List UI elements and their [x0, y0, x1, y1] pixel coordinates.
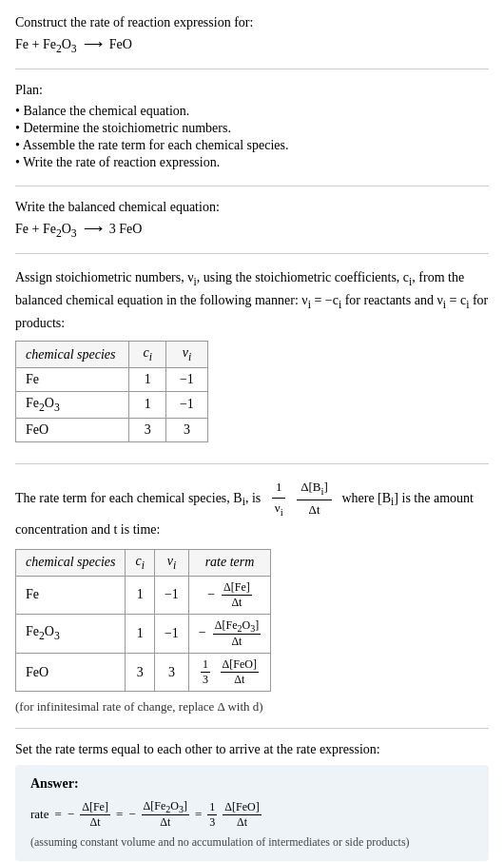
col-rate-term: rate term: [188, 549, 270, 576]
rate-expression: rate = − Δ[Fe] Δt = − Δ[Fe2O3] Δt = 1 3 …: [30, 799, 474, 830]
balanced-heading: Write the balanced chemical equation:: [15, 200, 489, 215]
assign-text: Assign stoichiometric numbers, νi, using…: [15, 267, 489, 334]
table-row: Fe2O3 1 −1 − Δ[Fe2O3] Δt: [16, 614, 271, 653]
plan-heading: Plan:: [15, 83, 489, 98]
rate-label: rate: [30, 807, 48, 822]
table-row: FeO 3 3: [16, 418, 208, 441]
rate-fe: − Δ[Fe] Δt: [188, 576, 270, 614]
species-feo-2: FeO: [16, 654, 126, 692]
plan-list: Balance the chemical equation. Determine…: [15, 104, 489, 170]
set-rate-text: Set the rate terms equal to each other t…: [15, 742, 489, 757]
section-answer: Set the rate terms equal to each other t…: [15, 742, 489, 862]
species-fe2o3-2: Fe2O3: [16, 614, 126, 653]
answer-label: Answer:: [30, 776, 474, 792]
neg-fe: −: [68, 807, 74, 822]
stoich-table: chemical species ci νi Fe 1 −1 Fe2O3 1 −…: [15, 341, 208, 442]
section-plan: Plan: Balance the chemical equation. Det…: [15, 83, 489, 186]
assuming-text: (assuming constant volume and no accumul…: [30, 835, 474, 850]
equals-2: =: [116, 807, 123, 822]
species-fe2o3-1: Fe2O3: [16, 391, 129, 418]
balanced-reaction: Fe + Fe2O3 ⟶ 3 FeO: [15, 221, 489, 240]
col-species-2: chemical species: [16, 549, 126, 576]
section-balanced: Write the balanced chemical equation: Fe…: [15, 200, 489, 254]
table-row: Fe 1 −1 − Δ[Fe] Δt: [16, 576, 271, 614]
section-rate-terms: The rate term for each chemical species,…: [15, 478, 489, 729]
vi-feo-2: 3: [154, 654, 188, 692]
ci-fe-1: 1: [129, 367, 165, 391]
rate-term-intro: The rate term for each chemical species,…: [15, 478, 489, 541]
ci-feo-1: 3: [129, 418, 165, 441]
vi-fe-2: −1: [154, 576, 188, 614]
species-fe-2: Fe: [16, 576, 126, 614]
table-row: FeO 3 3 1 3 Δ[FeO] Δt: [16, 654, 271, 692]
col-ci-1: ci: [129, 342, 165, 368]
plan-item-1: Balance the chemical equation.: [15, 104, 489, 119]
equals-1: =: [54, 807, 61, 822]
vi-fe2o3-1: −1: [165, 391, 207, 418]
plan-item-2: Determine the stoichiometric numbers.: [15, 121, 489, 136]
table-row: Fe2O3 1 −1: [16, 391, 208, 418]
reaction-line: Fe + Fe2O3 ⟶ FeO: [15, 36, 489, 55]
species-feo-1: FeO: [16, 418, 129, 441]
vi-feo-1: 3: [165, 418, 207, 441]
col-vi-1: νi: [165, 342, 207, 368]
equals-3: =: [195, 807, 202, 822]
footnote: (for infinitesimal rate of change, repla…: [15, 699, 489, 715]
vi-fe2o3-2: −1: [154, 614, 188, 653]
neg-fe2o3: −: [128, 807, 135, 822]
rate-feo: 1 3 Δ[FeO] Δt: [188, 654, 270, 692]
ci-fe2o3-2: 1: [126, 614, 154, 653]
species-fe-1: Fe: [16, 367, 129, 391]
table-row: Fe 1 −1: [16, 367, 208, 391]
construct-heading: Construct the rate of reaction expressio…: [15, 15, 489, 30]
section-stoich: Assign stoichiometric numbers, νi, using…: [15, 267, 489, 464]
plan-item-3: Assemble the rate term for each chemical…: [15, 138, 489, 153]
section-construct: Construct the rate of reaction expressio…: [15, 15, 489, 69]
col-vi-2: νi: [154, 549, 188, 576]
col-ci-2: ci: [126, 549, 154, 576]
vi-fe-1: −1: [165, 367, 207, 391]
answer-box: Answer: rate = − Δ[Fe] Δt = − Δ[Fe2O3] Δ…: [15, 765, 489, 861]
rate-fe2o3: − Δ[Fe2O3] Δt: [188, 614, 270, 653]
ci-fe2o3-1: 1: [129, 391, 165, 418]
col-species-1: chemical species: [16, 342, 129, 368]
rate-term-table: chemical species ci νi rate term Fe 1 −1…: [15, 549, 271, 692]
ci-feo-2: 3: [126, 654, 154, 692]
ci-fe-2: 1: [126, 576, 154, 614]
plan-item-4: Write the rate of reaction expression.: [15, 155, 489, 170]
